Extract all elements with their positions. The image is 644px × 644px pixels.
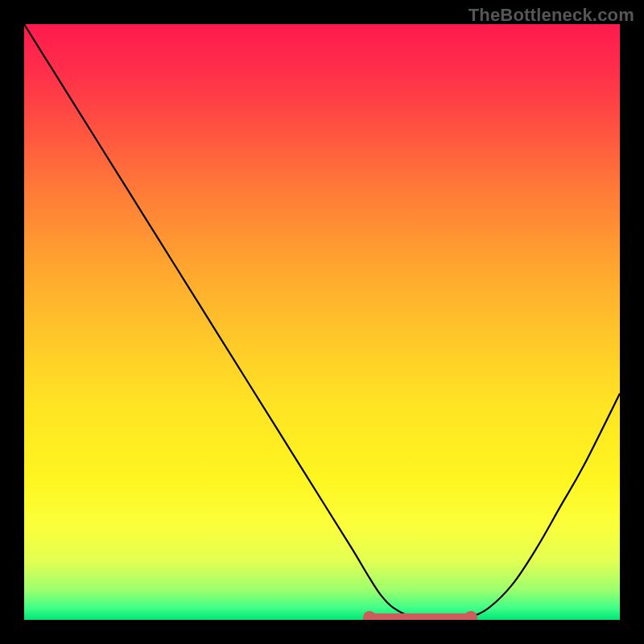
bottleneck-curve: [24, 24, 620, 620]
marker-point-left: [363, 611, 376, 620]
marker-connector: [369, 613, 471, 620]
chart-container: TheBottleneck.com: [0, 0, 644, 644]
curve-svg: [24, 24, 620, 620]
plot-area: [24, 24, 620, 620]
watermark-text: TheBottleneck.com: [469, 5, 634, 26]
marker-point-right: [464, 611, 477, 620]
